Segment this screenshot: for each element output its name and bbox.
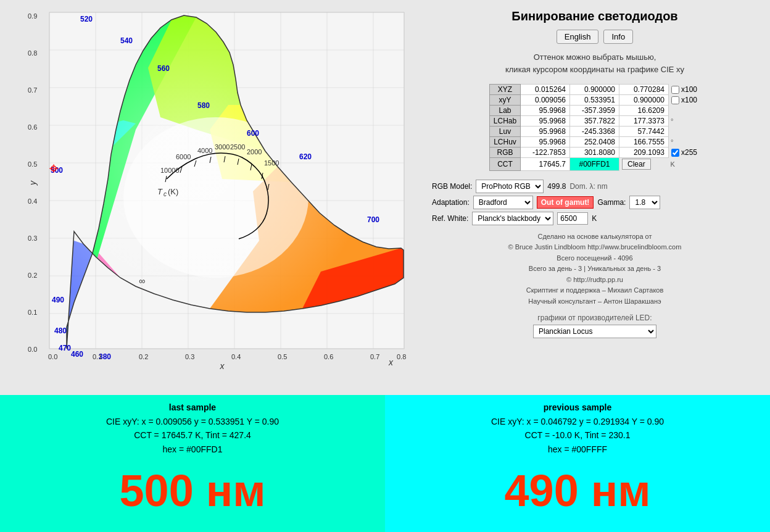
svg-text:y: y — [28, 180, 38, 186]
rgb-v2[interactable]: 301.8080 — [569, 148, 619, 158]
cct-unit: K — [668, 158, 700, 171]
refwhite-select[interactable]: Planck's blackbody D65 D50 — [472, 212, 553, 225]
svg-text:6000: 6000 — [176, 153, 191, 160]
credits-line7: Научный консультант – Антон Шаракшанэ — [508, 296, 682, 307]
cie-diagram[interactable]: ∞ T c (K) 10000 6000 4000 3000 2500 2000… — [25, 6, 413, 370]
last-sample-panel[interactable]: last sample CIE xyY: x = 0.009056 y = 0.… — [0, 395, 385, 532]
gamma-label: Gamma: — [597, 198, 626, 207]
svg-text:∞: ∞ — [139, 276, 145, 286]
refwhite-temp-unit: K — [592, 214, 597, 223]
prev-sample-data3: hex = #00FFFF — [548, 443, 607, 456]
refwhite-label: Ref. White: — [432, 214, 468, 223]
lchuv-unit: ° — [668, 137, 700, 148]
svg-text:0.1: 0.1 — [28, 309, 37, 316]
dom-value: 499.8 — [547, 182, 566, 191]
luv-v2[interactable]: -245.3368 — [569, 127, 619, 137]
xyy-v3[interactable]: 0.900000 — [619, 95, 668, 106]
svg-text:0.6: 0.6 — [28, 123, 37, 131]
out-of-gamut-badge: Out of gamut! — [537, 196, 594, 209]
svg-text:0.9: 0.9 — [28, 12, 37, 20]
refwhite-row: Ref. White: Planck's blackbody D65 D50 6… — [432, 212, 758, 225]
rgb-label: RGB — [489, 148, 520, 158]
xyz-x100-checkbox[interactable] — [671, 86, 679, 94]
lchab-unit: ° — [668, 116, 700, 127]
svg-text:2000: 2000 — [247, 148, 262, 156]
lchuv-v2[interactable]: 252.0408 — [569, 137, 619, 148]
instruction-text: Оттенок можно выбрать мышью,кликая курсо… — [505, 51, 684, 75]
x-axis-label: x — [220, 361, 225, 370]
svg-text:1500: 1500 — [264, 159, 279, 167]
prev-sample-panel[interactable]: previous sample CIE xyY: x = 0.046792 y … — [385, 395, 770, 532]
credits-line5: © http://rudtp.pp.ru — [508, 275, 682, 286]
xyz-v2[interactable]: 0.900000 — [569, 85, 619, 95]
xyz-v3[interactable]: 0.770284 — [619, 85, 668, 95]
lab-v3[interactable]: 16.6209 — [619, 106, 668, 116]
svg-text:2500: 2500 — [230, 143, 245, 151]
language-info-buttons: English Info — [557, 30, 633, 44]
gamma-select[interactable]: 1.8 2.2 — [629, 196, 660, 209]
xyy-label: xyY — [489, 95, 520, 106]
svg-text:3000: 3000 — [215, 143, 230, 151]
lchuv-label: LCHuv — [489, 137, 520, 148]
clear-button[interactable]: Clear — [622, 159, 651, 170]
svg-text:540: 540 — [120, 36, 133, 45]
refwhite-temp-input[interactable]: 6500 — [557, 212, 588, 225]
svg-text:0.0: 0.0 — [28, 346, 37, 353]
svg-text:0.7: 0.7 — [370, 353, 379, 360]
led-graph-select[interactable]: Planckian Locus — [533, 325, 656, 338]
credits-line4: Всего за день - 3 | Уникальных за день -… — [508, 264, 682, 275]
right-panel: Бинирование светодиодов English Info Отт… — [420, 0, 770, 395]
svg-text:620: 620 — [299, 152, 312, 161]
svg-text:0.8: 0.8 — [28, 49, 37, 57]
credits-line1: Сделано на основе калькулятора от — [508, 231, 682, 243]
bottom-section: last sample CIE xyY: x = 0.009056 y = 0.… — [0, 395, 770, 532]
lchuv-v3[interactable]: 166.7555 — [619, 137, 668, 148]
cct-v1[interactable]: 17645.7 — [520, 158, 569, 171]
credits-section: Сделано на основе калькулятора от © Bruc… — [508, 231, 682, 307]
svg-text:0.8: 0.8 — [397, 353, 406, 360]
svg-text:600: 600 — [247, 129, 259, 138]
lchab-label: LCHab — [489, 116, 520, 127]
last-sample-title: last sample — [169, 402, 216, 412]
lchab-v3[interactable]: 177.3373 — [619, 116, 668, 127]
lchab-v1[interactable]: 95.9968 — [520, 116, 569, 127]
hex-field[interactable]: #00FFD1 — [569, 158, 619, 171]
lab-v1[interactable]: 95.9968 — [520, 106, 569, 116]
lchuv-v1[interactable]: 95.9968 — [520, 137, 569, 148]
adaptation-select[interactable]: Bradford Von Kries XYZ Scaling — [473, 196, 533, 209]
rgb-v3[interactable]: 209.1093 — [619, 148, 668, 158]
english-button[interactable]: English — [557, 30, 599, 44]
svg-text:0.2: 0.2 — [139, 353, 148, 360]
last-sample-nm: 500 нм — [120, 465, 266, 516]
cct-label: CCT — [489, 158, 520, 171]
luv-v3[interactable]: 57.7442 — [619, 127, 668, 137]
xyy-x100-checkbox[interactable] — [671, 96, 679, 104]
rgb-x255-checkbox[interactable] — [671, 149, 679, 157]
xyz-v1[interactable]: 0.015264 — [520, 85, 569, 95]
svg-text:460: 460 — [71, 350, 83, 359]
last-sample-data2: CCT = 17645.7 K, Tint = 427.4 — [134, 428, 251, 442]
xyy-x100-label: x100 — [681, 96, 697, 104]
lchab-v2[interactable]: 357.7822 — [569, 116, 619, 127]
dom-label: Dom. λ: nm — [569, 182, 607, 191]
rgb-model-select[interactable]: ProPhoto RGB sRGB Adobe RGB — [476, 180, 544, 193]
xyy-v1[interactable]: 0.009056 — [520, 95, 569, 106]
svg-text:560: 560 — [157, 64, 170, 73]
svg-text:x: x — [388, 357, 394, 367]
info-button[interactable]: Info — [603, 30, 633, 44]
cie-chart-area[interactable]: ∞ T c (K) 10000 6000 4000 3000 2500 2000… — [0, 0, 420, 395]
svg-text:0.4: 0.4 — [231, 353, 241, 360]
lab-label: Lab — [489, 106, 520, 116]
svg-text:0.2: 0.2 — [28, 272, 37, 279]
lab-v2[interactable]: -357.3959 — [569, 106, 619, 116]
rgb-v1[interactable]: -122.7853 — [520, 148, 569, 158]
luv-v1[interactable]: 95.9968 — [520, 127, 569, 137]
svg-text:700: 700 — [367, 215, 379, 224]
xyy-v2[interactable]: 0.533951 — [569, 95, 619, 106]
svg-text:490: 490 — [52, 296, 64, 304]
svg-text:0.5: 0.5 — [278, 353, 287, 360]
prev-sample-title: previous sample — [544, 402, 612, 412]
xyz-x100-label: x100 — [681, 85, 697, 94]
last-sample-data1: CIE xyY: x = 0.009056 y = 0.533951 Y = 0… — [106, 415, 279, 428]
svg-text:0.4: 0.4 — [28, 197, 37, 205]
